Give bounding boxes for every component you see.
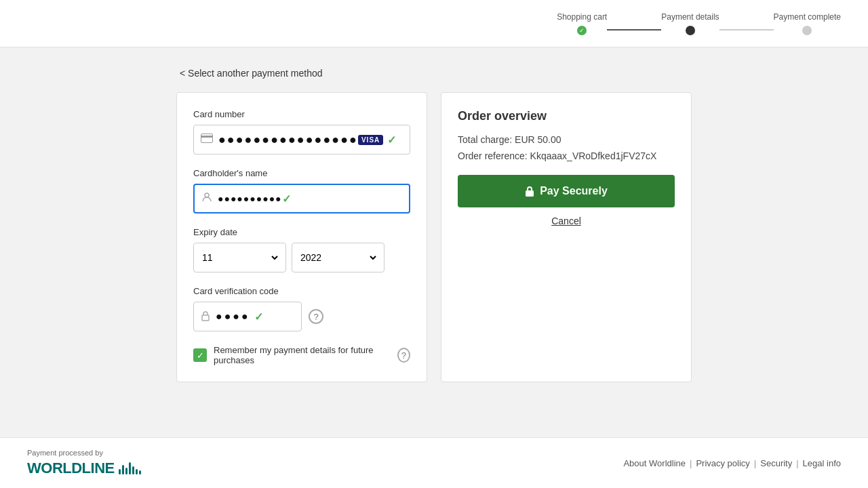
pay-button-label: Pay Securely (540, 185, 608, 197)
visa-badge: VISA (358, 135, 383, 145)
cvv-group: Card verification code ●●●● ✓ ? (193, 286, 410, 331)
privacy-policy-link[interactable]: Privacy policy (696, 458, 749, 468)
cvv-wrapper: ●●●● ✓ (193, 302, 302, 331)
order-total-label: Total charge: (458, 134, 515, 145)
footer-links: About Worldline | Privacy policy | Secur… (623, 458, 841, 468)
svg-point-2 (205, 193, 209, 197)
pay-lock-icon (525, 186, 534, 197)
cancel-link[interactable]: Cancel (458, 216, 675, 226)
svg-rect-1 (201, 136, 213, 138)
card-form: Card number ●●●●●●●●●●●●●●●● VISA ✓ Card… (176, 92, 427, 382)
back-link[interactable]: < Select another payment method (180, 68, 323, 79)
step-payment-details-label: Payment details (661, 12, 719, 22)
cvv-label: Card verification code (193, 286, 410, 296)
card-number-group: Card number ●●●●●●●●●●●●●●●● VISA ✓ (193, 109, 410, 155)
order-title: Order overview (458, 109, 675, 123)
cvv-value[interactable]: ●●●● (216, 310, 250, 323)
footer: Payment processed by WORLDLINE About Wor… (0, 437, 868, 488)
step-payment-complete-label: Payment complete (774, 12, 841, 22)
cardholder-value[interactable]: ●●●●●●●●●● (218, 193, 282, 204)
expiry-month-wrapper: 010203 040506 070809 101112 (193, 243, 286, 272)
cardholder-check-icon: ✓ (282, 192, 291, 205)
cvv-help-icon[interactable]: ? (309, 309, 323, 324)
step-payment-complete: Payment complete (774, 12, 841, 35)
processed-by-label: Payment processed by (27, 449, 141, 457)
expiry-spacer (390, 243, 410, 272)
main-content: < Select another payment method Card num… (0, 47, 868, 437)
remember-row: ✓ Remember my payment details for future… (193, 345, 410, 365)
step-shopping-cart: Shopping cart ✓ (557, 12, 607, 35)
cardholder-label: Cardholder's name (193, 168, 410, 178)
step-payment-complete-indicator (802, 26, 812, 35)
expiry-group: Expiry date 010203 040506 070809 101112 … (193, 227, 410, 272)
order-total-value: EUR 50.00 (515, 134, 561, 145)
card-number-wrapper: ●●●●●●●●●●●●●●●● VISA ✓ (193, 125, 410, 155)
cardholder-wrapper: ●●●●●●●●●● ✓ (193, 184, 410, 214)
footer-separator-3: | (796, 458, 798, 468)
card-number-label: Card number (193, 109, 410, 119)
expiry-year-wrapper: 2022 202320242025 202620272028 (292, 243, 384, 272)
person-icon (201, 192, 212, 205)
legal-info-link[interactable]: Legal info (803, 458, 841, 468)
card-number-check-icon: ✓ (387, 134, 396, 146)
cvv-check-icon: ✓ (254, 310, 263, 323)
worldline-wave-icon (119, 462, 141, 474)
card-icon (201, 134, 213, 146)
content-row: Card number ●●●●●●●●●●●●●●●● VISA ✓ Card… (176, 92, 692, 382)
progress-steps: Shopping cart ✓ Payment details Payment … (557, 12, 841, 35)
remember-checkbox[interactable]: ✓ (193, 348, 207, 362)
order-reference-line: Order reference: Kkqaaax_VRoDfked1jFV27c… (458, 150, 675, 161)
order-reference-label: Order reference: (458, 150, 530, 161)
lock-icon (201, 310, 210, 323)
step-payment-details-indicator (686, 26, 695, 35)
footer-separator-1: | (690, 458, 692, 468)
step-payment-details: Payment details (661, 12, 719, 35)
cvv-row: ●●●● ✓ ? (193, 302, 410, 331)
remember-help-icon[interactable]: ? (397, 348, 410, 363)
expiry-label: Expiry date (193, 227, 410, 237)
step-shopping-cart-label: Shopping cart (557, 12, 607, 22)
worldline-logo: WORLDLINE (27, 460, 115, 477)
expiry-month-select[interactable]: 010203 040506 070809 101112 (199, 251, 280, 264)
expiry-row: 010203 040506 070809 101112 2022 2023202… (193, 243, 410, 272)
about-worldline-link[interactable]: About Worldline (623, 458, 686, 468)
security-link[interactable]: Security (760, 458, 792, 468)
remember-label: Remember my payment details for future p… (214, 345, 388, 365)
step-line-1 (607, 29, 661, 30)
order-total-line: Total charge: EUR 50.00 (458, 134, 675, 145)
footer-separator-2: | (754, 458, 756, 468)
footer-brand: Payment processed by WORLDLINE (27, 449, 141, 477)
svg-rect-0 (201, 134, 213, 143)
step-shopping-cart-indicator: ✓ (577, 26, 587, 35)
expiry-year-select[interactable]: 2022 202320242025 202620272028 (298, 251, 378, 264)
svg-rect-4 (526, 190, 534, 197)
cardholder-group: Cardholder's name ●●●●●●●●●● ✓ (193, 168, 410, 214)
pay-securely-button[interactable]: Pay Securely (458, 175, 675, 207)
card-number-value[interactable]: ●●●●●●●●●●●●●●●● (218, 133, 358, 147)
order-overview: Order overview Total charge: EUR 50.00 O… (441, 92, 692, 382)
step-line-2 (719, 29, 774, 30)
top-bar: Shopping cart ✓ Payment details Payment … (0, 0, 868, 47)
svg-rect-3 (202, 315, 209, 321)
order-reference-value: Kkqaaax_VRoDfked1jFV27cX (530, 150, 657, 161)
